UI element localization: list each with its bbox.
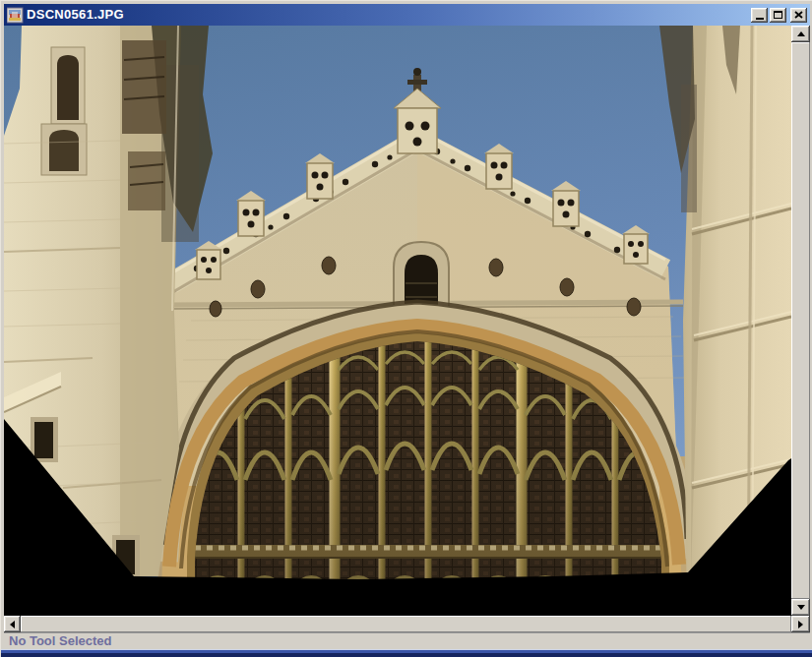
window-title: DSCN0561.JPG (27, 4, 751, 26)
arrow-up-icon (797, 31, 805, 36)
arrow-right-icon (798, 621, 803, 628)
horizontal-scroll-thumb[interactable] (21, 616, 791, 632)
vertical-scrollbar[interactable] (791, 26, 810, 616)
arrow-down-icon (797, 605, 805, 610)
window-controls (751, 8, 807, 23)
vertical-scroll-thumb[interactable] (791, 42, 810, 599)
app-icon (7, 7, 24, 24)
scroll-down-button[interactable] (791, 599, 810, 616)
window-bottom-edge (1, 649, 812, 657)
scroll-up-button[interactable] (791, 26, 810, 42)
arrow-left-icon (10, 621, 15, 628)
horizontal-scroll-track[interactable] (21, 616, 791, 632)
close-button[interactable] (790, 8, 807, 23)
status-bar: No Tool Selected (4, 632, 810, 649)
horizontal-scrollbar[interactable] (4, 616, 810, 632)
scroll-left-button[interactable] (4, 616, 21, 632)
maximize-icon (774, 11, 782, 19)
status-text: No Tool Selected (9, 633, 112, 648)
minimize-button[interactable] (751, 8, 768, 23)
close-icon (794, 11, 803, 19)
minimize-icon (756, 18, 764, 20)
scroll-right-button[interactable] (791, 616, 810, 632)
titlebar[interactable]: DSCN0561.JPG (4, 4, 810, 26)
app-window: DSCN0561.JPG (0, 0, 812, 657)
image-canvas[interactable] (4, 26, 791, 616)
photo-chapel-facade (4, 26, 791, 616)
maximize-button[interactable] (770, 8, 786, 23)
